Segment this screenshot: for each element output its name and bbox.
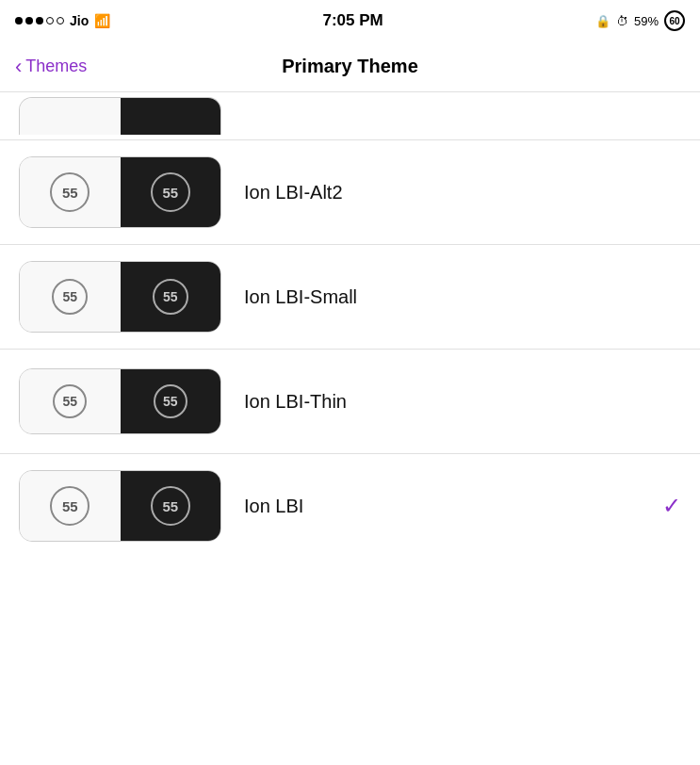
badge-dark-small: 55 [153,279,188,315]
back-label: Themes [25,57,87,76]
partial-preview-light [20,98,121,135]
battery-badge: 60 [664,10,685,31]
partial-preview-dark [121,98,221,135]
badge-dark-alt2: 55 [151,172,190,212]
carrier-name: Jio [70,13,89,28]
theme-preview-alt2: 55 55 [19,156,221,228]
back-button[interactable]: ‹ Themes [15,57,87,77]
status-left: Jio 📶 [15,13,110,28]
signal-dot-2 [25,17,33,24]
badge-light-lbi: 55 [50,486,90,526]
preview-dark-alt2: 55 [121,157,221,227]
badge-dark-lbi: 55 [151,486,190,526]
badge-dark-thin: 55 [154,384,187,418]
badge-light-alt2: 55 [50,172,90,212]
alarm-icon: ⏱ [616,14,628,28]
battery-percent: 59% [634,14,659,28]
partial-top-item [0,92,700,139]
theme-row-small[interactable]: 55 55 Ion LBI-Small [0,245,700,349]
preview-light-thin: 55 [20,369,121,433]
theme-name-thin: Ion LBI-Thin [244,391,681,413]
preview-light-lbi: 55 [20,471,121,541]
preview-dark-thin: 55 [121,369,221,433]
theme-name-lbi: Ion LBI [244,496,655,517]
status-right: 🔒 ⏱ 59% 60 [595,10,685,31]
preview-light-alt2: 55 [20,157,121,227]
status-time: 7:05 PM [322,11,383,30]
signal-dot-5 [57,17,64,24]
theme-name-alt2: Ion LBI-Alt2 [244,182,681,203]
signal-dots [15,17,64,24]
theme-row-lbi[interactable]: 55 55 Ion LBI ✓ [0,454,700,558]
badge-light-small: 55 [52,279,88,315]
signal-dot-1 [15,17,23,24]
theme-preview-lbi: 55 55 [19,470,221,542]
signal-dot-3 [36,17,43,24]
preview-dark-lbi: 55 [121,471,221,541]
preview-dark-small: 55 [121,262,221,332]
badge-light-thin: 55 [53,384,87,418]
theme-name-small: Ion LBI-Small [244,286,681,308]
theme-row-alt2[interactable]: 55 55 Ion LBI-Alt2 [0,140,700,244]
theme-row-thin[interactable]: 55 55 Ion LBI-Thin [0,350,700,453]
theme-list: 55 55 Ion LBI-Alt2 55 55 Ion LBI-Small 5… [0,140,700,558]
preview-light-small: 55 [20,262,121,332]
nav-bar: ‹ Themes Primary Theme [0,41,700,92]
status-bar: Jio 📶 7:05 PM 🔒 ⏱ 59% 60 [0,0,700,41]
theme-preview-thin: 55 55 [19,368,221,434]
lock-icon: 🔒 [595,14,610,28]
page-title: Primary Theme [282,56,418,77]
selected-checkmark: ✓ [662,493,681,519]
chevron-left-icon: ‹ [15,57,22,77]
partial-theme-preview [19,97,221,135]
theme-preview-small: 55 55 [19,261,221,333]
signal-dot-4 [46,17,54,24]
wifi-icon: 📶 [94,13,110,28]
